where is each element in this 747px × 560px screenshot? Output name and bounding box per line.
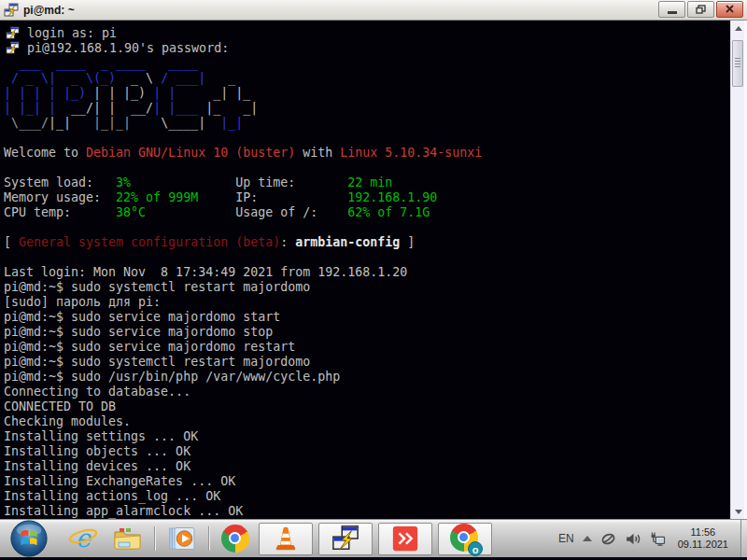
terminal-line: [sudo] пароль для pi: [4, 294, 730, 309]
chrome-profile-icon: o [450, 524, 480, 553]
minimize-button[interactable] [658, 1, 685, 18]
terminal-line: Installing actions_log ... OK [4, 488, 730, 503]
swirl-tray-icon[interactable] [600, 531, 616, 547]
terminal-line: \___/|_| |_|_| \____| |_| [4, 115, 730, 130]
terminal-line [4, 219, 730, 234]
terminal-line: | |_| | __/| | __/| |___ |_ _| [4, 100, 730, 115]
scroll-up-button[interactable] [731, 21, 745, 35]
terminal-line: pi@192.168.1.90's password: [4, 40, 730, 55]
terminal-line [4, 249, 730, 264]
terminal-line: Installing ExchangeRates ... OK [4, 473, 730, 488]
vlc-icon [272, 525, 300, 553]
terminal-line: pi@md:~$ sudo systemctl restart majordom… [4, 354, 730, 369]
restore-button[interactable] [687, 1, 714, 18]
folder-icon [111, 524, 143, 553]
media-player-button[interactable] [167, 524, 197, 553]
terminal-line: Installing app_alarmclock ... OK [4, 503, 730, 518]
putty-icon [4, 3, 19, 18]
taskbar: e [0, 519, 747, 557]
terminal-line: Installing devices ... OK [4, 458, 730, 473]
hidden-icons-button[interactable] [583, 536, 592, 541]
terminal-scrollbar[interactable] [730, 21, 744, 519]
system-tray: EN 11:56 09.11.2021 [558, 520, 747, 558]
volume-icon[interactable] [625, 531, 641, 547]
minimize-icon [668, 11, 677, 14]
tray-date: 09.11.2021 [678, 539, 728, 551]
internet-explorer-icon: e [68, 524, 98, 553]
language-indicator[interactable]: EN [558, 532, 574, 545]
terminal-line: login as: pi [4, 25, 730, 40]
windows-explorer-button[interactable] [111, 524, 143, 553]
scroll-down-button[interactable] [731, 504, 745, 519]
terminal-line: Installing objects ... OK [4, 443, 730, 458]
terminal-line [4, 130, 730, 145]
chrome-icon [221, 525, 249, 553]
scrollbar-grip [735, 58, 740, 68]
vlc-taskbar-button[interactable] [259, 523, 313, 555]
terminal-line: pi@md:~$ sudo service majordomo restart [4, 339, 730, 354]
terminal-line: Welcome to Debian GNU/Linux 10 (buster) … [4, 145, 730, 160]
terminal-line: Connecting to database... [4, 384, 730, 399]
desktop-screen: pi@md: ~ login as: pi [0, 0, 747, 560]
putty-taskbar-button[interactable] [318, 523, 373, 555]
arrow-down-icon [735, 510, 742, 514]
terminal-line: pi@md:~$ sudo service majordomo stop [4, 324, 730, 339]
terminal-line: pi@md:~$ sudo /usr/bin/php /var/www/cycl… [4, 369, 730, 384]
anydesk-taskbar-button[interactable] [378, 523, 432, 555]
terminal-line: | | | | |_) | | |_) | | _| |_ [4, 85, 730, 100]
terminal-line [4, 160, 730, 175]
terminal-screen[interactable]: login as: pi pi@192.168.1.90's password:… [0, 21, 730, 519]
putty-icon [331, 525, 359, 553]
show-desktop-button[interactable] [740, 520, 747, 558]
terminal-line: pi@md:~$ sudo systemctl restart majordom… [4, 279, 730, 294]
start-button[interactable] [9, 519, 49, 558]
arrow-up-icon [735, 26, 742, 31]
terminal-line: Installing settings ... OK [4, 428, 730, 443]
window-title: pi@md: ~ [23, 4, 75, 17]
quicklaunch-separator [208, 526, 210, 551]
chrome-button[interactable] [221, 525, 249, 553]
terminal-line: ___ ____ _ ____ ____ [4, 55, 730, 70]
chrome-profile-taskbar-button[interactable]: o [438, 523, 492, 555]
scrollbar-thumb[interactable] [732, 40, 743, 87]
media-player-icon [167, 524, 197, 553]
tray-time: 11:56 [678, 526, 728, 539]
profile-badge: o [468, 541, 483, 556]
putty-icon [6, 26, 20, 40]
terminal-line: [ General system configuration (beta): a… [4, 234, 730, 249]
internet-explorer-button[interactable]: e [68, 524, 98, 553]
terminal-line: System load: 3% Up time: 22 min [4, 175, 730, 189]
anydesk-icon [391, 525, 419, 553]
terminal-line: CONNECTED TO DB [4, 399, 730, 413]
terminal-line: pi@md:~$ sudo service majordomo start [4, 309, 730, 324]
close-icon [726, 5, 734, 13]
putty-icon [6, 41, 20, 55]
window-titlebar[interactable]: pi@md: ~ [0, 0, 747, 21]
restore-icon [696, 5, 706, 14]
close-button[interactable] [716, 1, 743, 18]
terminal-line: Memory usage: 22% of 999M IP: 192.168.1.… [4, 189, 730, 204]
network-icon[interactable] [649, 531, 666, 547]
terminal-line: / _ \| _ \(_) _ \ / ___| _ [4, 70, 730, 85]
terminal-line: CPU temp: 38°C Usage of /: 62% of 7.1G [4, 204, 730, 219]
terminal-line: Checking modules. [4, 413, 730, 428]
quicklaunch-separator [154, 526, 156, 551]
terminal-line: Last login: Mon Nov 8 17:34:49 2021 from… [4, 264, 730, 279]
taskbar-clock[interactable]: 11:56 09.11.2021 [678, 526, 728, 551]
